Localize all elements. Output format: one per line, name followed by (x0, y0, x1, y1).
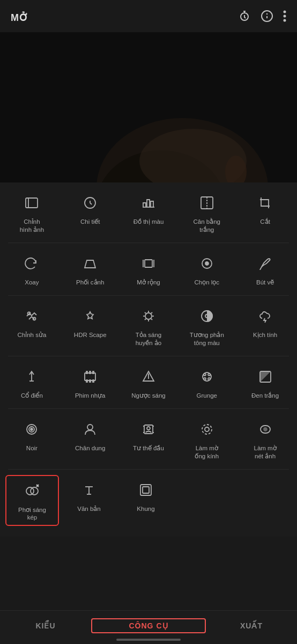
tool-can-bang-trang[interactable]: Cân bằngtrắng (181, 188, 232, 237)
adjust-icon (20, 191, 43, 215)
tool-phoi-canh[interactable]: Phối cảnh (65, 248, 116, 290)
tool-label: Tương phảntông màu (190, 331, 224, 347)
tool-label: Bút vẽ (256, 279, 274, 287)
brush-icon (254, 252, 277, 275)
tool-label: Chỉnhhình ảnh (20, 218, 44, 234)
svg-point-65 (205, 427, 209, 431)
tab-xuat[interactable]: XUẤT (206, 619, 297, 632)
rotate-icon (20, 252, 43, 275)
tool-label: HDR Scape (74, 331, 107, 339)
tool-tu-the-dau[interactable]: Tư thế đầu (123, 414, 174, 456)
tool-label: Grunge (197, 392, 217, 400)
headpose-icon (137, 418, 160, 441)
tool-grunge[interactable]: Grunge (181, 362, 232, 403)
tool-lam-mo-ong-kinh[interactable]: Làm mờống kính (181, 414, 232, 464)
tool-chan-dung[interactable]: Chân dung (65, 414, 116, 456)
tool-mo-rong[interactable]: Mở rộng (123, 248, 174, 290)
tool-label: Khung (137, 505, 154, 513)
tool-chinh-sua[interactable]: Chỉnh sửa (6, 301, 57, 342)
tool-label: Cân bằngtrắng (194, 218, 220, 234)
svg-point-26 (145, 313, 152, 319)
hdr-icon (78, 304, 102, 328)
svg-marker-18 (85, 260, 95, 268)
top-bar-actions (238, 10, 286, 26)
tool-label: Mở rộng (137, 279, 160, 287)
expand-icon (137, 252, 160, 275)
svg-rect-42 (93, 371, 94, 374)
svg-rect-75 (140, 485, 151, 495)
tool-label: Đồ thị màu (133, 218, 164, 226)
tool-label: Văn bản (77, 505, 100, 513)
tool-van-ban[interactable]: Văn bản (62, 475, 116, 516)
svg-point-5 (284, 15, 286, 18)
tool-label: Noir (26, 444, 38, 452)
balance-icon (195, 191, 219, 215)
app-title: MỞ (11, 12, 28, 24)
tool-label: Ngược sáng (131, 392, 166, 400)
preview-image (0, 32, 297, 182)
svg-point-56 (31, 428, 33, 430)
tools-row-5: Noir Chân dung (0, 409, 297, 469)
tool-toa-sang-huyen-ao[interactable]: Tỏa sánghuyền ảo (123, 301, 174, 350)
tool-chi-tiet[interactable]: Chi tiết (65, 188, 116, 229)
film-icon (78, 365, 102, 389)
svg-point-49 (204, 374, 206, 376)
tab-kieu[interactable]: KIỂU (0, 619, 91, 632)
portrait-icon (78, 418, 102, 441)
perspective-icon (78, 252, 102, 275)
tool-xoay[interactable]: Xoay (6, 248, 57, 290)
svg-rect-43 (86, 380, 87, 382)
glamour-icon (137, 304, 160, 328)
tool-label: Làm mờống kính (195, 444, 219, 460)
svg-rect-40 (86, 371, 87, 374)
tools-scroll-area: Chỉnhhình ảnh Chi tiết (0, 182, 297, 585)
tool-label: Kịch tính (253, 331, 277, 339)
svg-point-57 (87, 425, 93, 430)
top-bar: MỞ (0, 0, 297, 32)
tool-co-dien[interactable]: Cổ điển (6, 362, 57, 403)
tool-chinh-hinh-anh[interactable]: Chỉnhhình ảnh (6, 188, 57, 237)
tool-do-thi-mau[interactable]: Đồ thị màu (123, 188, 174, 229)
tool-label: Chỉnh sửa (17, 331, 46, 339)
tools-row-1: Chỉnhhình ảnh Chi tiết (0, 182, 297, 243)
tool-kich-tinh[interactable]: Kịch tính (240, 301, 291, 342)
tool-nguoc-sang[interactable]: Ngược sáng (123, 362, 174, 403)
tool-but-ve[interactable]: Bút vẽ (240, 248, 291, 290)
svg-point-64 (202, 425, 212, 434)
tool-hdr-scape[interactable]: HDR Scape (65, 301, 116, 342)
svg-line-31 (145, 312, 146, 313)
tool-cat[interactable]: Cắt (240, 188, 291, 229)
chart-icon (137, 191, 160, 215)
tab-cong-cu[interactable]: CÔNG CỤ (91, 618, 206, 633)
tool-noir[interactable]: Noir (6, 414, 57, 456)
tools-row-3: Chỉnh sửa HDR Scape (0, 296, 297, 356)
tool-label: Cắt (260, 218, 270, 226)
svg-point-23 (205, 262, 209, 265)
tool-den-trang[interactable]: Đen trắng (240, 362, 291, 403)
tool-phoi-sang-kep[interactable]: Phơi sángkép (5, 475, 59, 526)
svg-rect-45 (93, 380, 94, 382)
svg-rect-76 (143, 487, 149, 493)
image-preview (0, 32, 297, 182)
svg-line-34 (145, 319, 146, 320)
tool-tuong-phan-tong-mau[interactable]: Tương phảntông màu (181, 301, 232, 350)
more-icon[interactable] (283, 10, 286, 25)
tool-phim-nhua[interactable]: Phim nhựa (65, 362, 116, 403)
tools-row-6: Phơi sángkép Văn bản (0, 470, 297, 532)
svg-rect-44 (90, 380, 91, 382)
svg-rect-39 (85, 373, 95, 380)
tool-khung[interactable]: Khung (119, 475, 173, 516)
timer-icon[interactable] (238, 10, 251, 26)
svg-line-32 (151, 319, 152, 320)
tool-label: Chi tiết (80, 218, 100, 226)
tool-label: Tỏa sánghuyền ảo (136, 331, 162, 347)
tool-label: Phơi sángkép (18, 506, 46, 522)
tool-lam-mo-net-anh[interactable]: Làm mờnét ảnh (240, 414, 291, 464)
tool-chon-loc[interactable]: Chọn lọc (181, 248, 232, 290)
svg-point-4 (284, 11, 286, 13)
info-icon[interactable] (261, 10, 273, 26)
tools-grid: Chỉnhhình ảnh Chi tiết (0, 182, 297, 537)
svg-point-68 (26, 487, 34, 495)
crop-icon (254, 191, 277, 215)
svg-point-50 (208, 374, 210, 376)
